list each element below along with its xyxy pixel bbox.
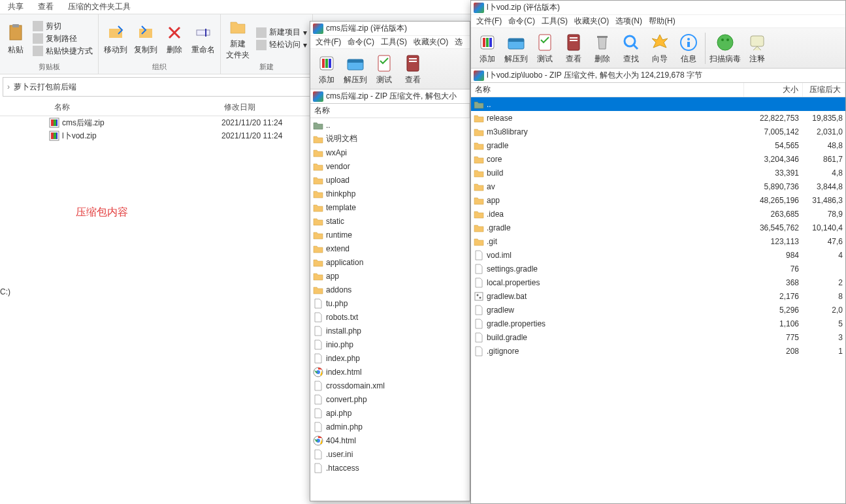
toolbar-扫描病毒[interactable]: 扫描病毒 [709,32,741,65]
list-item[interactable]: build33,3914,8 [471,166,845,180]
toolbar-信息[interactable]: 信息 [676,32,701,65]
list-item[interactable]: .gradle36,545,76210,140,4 [471,221,845,234]
list-item[interactable]: settings.gradle76 [471,262,845,276]
toolbar-向导[interactable]: 向导 [647,32,672,65]
menu-item[interactable]: 选项(N) [613,16,645,27]
list-item[interactable]: 404.html [310,433,470,447]
copy-to-button[interactable]: 复制到 [134,22,157,55]
list-item[interactable]: extend [310,242,470,255]
list-item[interactable]: index.php [310,351,470,365]
list-item[interactable]: static [310,214,470,228]
list-item[interactable]: template [310,200,470,214]
tab-compressed-tools[interactable]: 压缩的文件夹工具 [63,0,136,14]
folder-icon [313,285,323,295]
easy-access-button[interactable]: 轻松访问 ▾ [256,39,307,50]
list-item[interactable]: .. [471,97,845,111]
titlebar[interactable]: l卜vod.zip (评估版本) [471,1,845,15]
list-item[interactable]: .git123,11347,6 [471,234,845,248]
toolbar-解压到[interactable]: 解压到 [343,53,368,86]
menu-item[interactable]: 收藏夹(O) [411,37,451,48]
list-item[interactable]: av5,890,7363,844,8 [471,180,845,193]
menu-item[interactable]: 命令(C) [345,37,377,48]
toolbar-查看[interactable]: 查看 [561,32,586,65]
list-item[interactable]: .htaccess [310,461,470,475]
tab-view[interactable]: 查看 [33,0,59,14]
toolbar-删除[interactable]: 删除 [590,32,615,65]
list-item[interactable]: .gitignore2081 [471,344,845,358]
list-item[interactable]: install.php [310,324,470,338]
paste-shortcut-button[interactable]: 粘贴快捷方式 [33,46,93,57]
column-header-name[interactable]: 名称 [471,83,744,97]
tab-share[interactable]: 共享 [3,0,29,14]
list-item[interactable]: upload [310,173,470,187]
toolbar-添加[interactable]: 添加 [314,53,339,86]
toolbar-解压到[interactable]: 解压到 [504,32,529,65]
list-item[interactable]: gradle.properties1,1065 [471,317,845,330]
list-item[interactable]: addons [310,283,470,296]
svg-rect-2 [197,30,210,35]
svg-rect-27 [483,38,485,47]
toolbar-查看[interactable]: 查看 [400,53,425,86]
rename-button[interactable]: 重命名 [191,22,215,55]
list-item[interactable]: core3,204,346861,7 [471,152,845,166]
list-item[interactable]: build.gradle7753 [471,330,845,344]
list-item[interactable]: inio.php [310,338,470,351]
menu-item[interactable]: 收藏夹(O) [572,16,611,27]
list-item[interactable]: .. [310,118,470,132]
pathbar[interactable]: cms后端.zip - ZIP 压缩文件, 解包大小 [310,89,470,104]
column-header-name[interactable]: 名称 [310,104,470,118]
list-item[interactable]: convert.php [310,392,470,406]
pathbar[interactable]: l卜vod.zip\luobo - ZIP 压缩文件, 解包大小为 124,21… [471,69,845,83]
new-item-button[interactable]: 新建项目 ▾ [256,27,307,38]
column-header-size[interactable]: 大小 [744,83,803,97]
list-item[interactable]: api.php [310,406,470,420]
list-item[interactable]: local.properties3682 [471,276,845,289]
menu-item[interactable]: 帮助(H) [646,16,678,27]
paste-button[interactable]: 粘贴 [5,22,26,55]
list-item[interactable]: app48,265,19631,486,3 [471,193,845,207]
breadcrumb-segment[interactable]: 萝卜云打包前后端 [14,82,76,93]
list-item[interactable]: robots.txt [310,310,470,324]
list-item[interactable]: gradlew.bat2,1768 [471,289,845,303]
column-header-name[interactable]: 名称 [49,102,219,113]
list-item[interactable]: wxApi [310,146,470,159]
list-item[interactable]: crossdomain.xml [310,379,470,392]
list-item[interactable]: gradlew5,2962,0 [471,303,845,317]
move-to-button[interactable]: 移动到 [104,22,127,55]
list-item[interactable]: 说明文档 [310,132,470,146]
toolbar-添加[interactable]: 添加 [475,32,500,65]
menu-item[interactable]: 命令(C) [506,16,538,27]
toolbar-测试[interactable]: 测试 [372,53,397,86]
toolbar-查找[interactable]: 查找 [619,32,643,65]
item-name: core [487,155,744,164]
cut-button[interactable]: 剪切 [33,21,93,32]
list-item[interactable]: tu.php [310,296,470,310]
column-header-packed[interactable]: 压缩后大 [803,83,845,97]
list-item[interactable]: m3u8library7,005,1422,031,0 [471,125,845,138]
menu-item[interactable]: 选 [452,37,465,48]
menu-item[interactable]: 工具(S) [539,16,570,27]
list-item[interactable]: runtime [310,228,470,242]
menu-item[interactable]: 文件(F) [474,16,504,27]
titlebar[interactable]: cms后端.zip (评估版本) [310,22,470,36]
list-item[interactable]: app [310,269,470,283]
list-item[interactable]: vod.iml9844 [471,248,845,262]
list-item[interactable]: application [310,255,470,269]
new-folder-button[interactable]: 新建 文件夹 [226,16,250,61]
copy-path-icon [33,33,43,44]
list-item[interactable]: release22,822,75319,835,8 [471,111,845,125]
menu-item[interactable]: 工具(S) [378,37,410,48]
menu-item[interactable]: 文件(F) [313,37,344,48]
delete-button[interactable]: 删除 [164,22,185,55]
list-item[interactable]: .user.ini [310,447,470,461]
list-item[interactable]: vendor [310,159,470,173]
copy-path-button[interactable]: 复制路径 [33,33,93,44]
toolbar-注释[interactable]: 注释 [745,32,770,65]
list-item[interactable]: admin.php [310,420,470,433]
list-item[interactable]: .idea263,68578,9 [471,207,845,221]
toolbar-测试[interactable]: 测试 [532,32,557,65]
drive-label[interactable]: C:) [0,287,39,296]
list-item[interactable]: gradle54,56548,8 [471,138,845,152]
list-item[interactable]: index.html [310,365,470,379]
list-item[interactable]: thinkphp [310,187,470,200]
